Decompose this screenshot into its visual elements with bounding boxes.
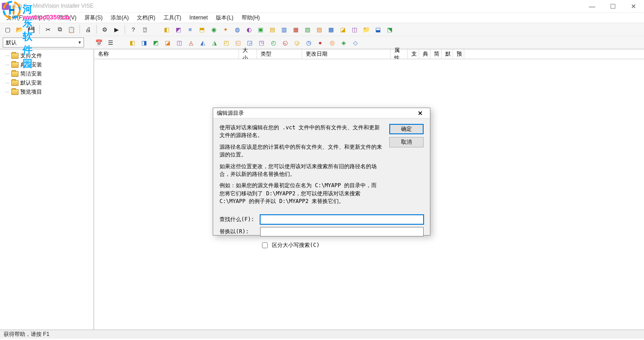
dialog-text-4: 例如：如果您的源文件最初定位在名为 C:\MYAPP 的目录中，而您将它们移动到… [219,182,382,205]
cancel-button[interactable]: 取消 [389,137,424,147]
dialog-close-button[interactable]: ✕ [414,108,426,118]
edit-source-dialog: 编辑源目录 ✕ 确定 取消 使用该对话来编辑在您的 .vct 文件中的所有文件夹… [213,108,430,236]
find-input[interactable] [260,215,424,224]
case-label: 区分大小写搜索(C) [272,241,320,249]
dialog-text-3: 如果这些位置更改，您可以使用该对话来搜索所有旧的路径名的场合，并以新的路径名替换… [219,163,382,179]
dialog-titlebar[interactable]: 编辑源目录 ✕ [213,108,430,118]
dialog-text-1: 使用该对话来编辑在您的 .vct 文件中的所有文件夹、文件和更新文件的源路径名。 [219,124,382,140]
ok-button[interactable]: 确定 [389,124,424,134]
replace-row: 替换以(R): [219,227,424,236]
find-row: 查找什么(F): [219,215,424,224]
dialog-title: 编辑源目录 [217,109,414,117]
dialog-text-2: 源路径名应该是您的计算机中的所有文件夹、文件、和更新文件的来源的位置。 [219,143,382,159]
dialog-backdrop: 编辑源目录 ✕ 确定 取消 使用该对话来编辑在您的 .vct 文件中的所有文件夹… [0,0,644,340]
find-label: 查找什么(F): [219,216,257,223]
dialog-body: 确定 取消 使用该对话来编辑在您的 .vct 文件中的所有文件夹、文件和更新文件… [213,118,430,254]
case-row: 区分大小写搜索(C) [260,241,424,250]
replace-input[interactable] [260,227,424,236]
replace-label: 替换以(R): [219,228,257,236]
case-checkbox[interactable] [262,242,268,248]
